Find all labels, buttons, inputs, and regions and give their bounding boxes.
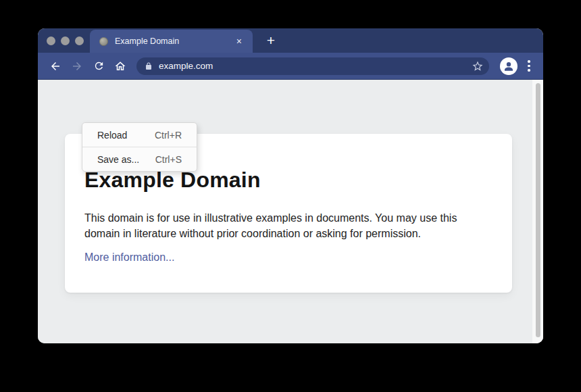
home-icon: [114, 60, 126, 72]
close-window-button[interactable]: [47, 36, 55, 45]
kebab-dot: [528, 65, 530, 68]
kebab-dot: [528, 60, 530, 63]
globe-favicon-icon: [99, 37, 108, 46]
reload-button[interactable]: [91, 58, 107, 74]
more-information-link[interactable]: More information...: [84, 251, 174, 264]
kebab-dot: [528, 69, 530, 72]
forward-arrow-icon: [71, 60, 83, 72]
menu-item-label: Save as...: [97, 154, 139, 165]
scrollbar-track[interactable]: [532, 80, 543, 343]
profile-avatar-button[interactable]: [500, 57, 517, 75]
bookmark-button[interactable]: [472, 60, 484, 72]
forward-button[interactable]: [69, 58, 85, 74]
browser-tab[interactable]: Example Domain ×: [90, 30, 253, 53]
back-button[interactable]: [47, 58, 64, 74]
menu-item-shortcut: Ctrl+R: [155, 130, 182, 141]
tab-close-icon[interactable]: ×: [236, 36, 242, 46]
screenshot-canvas: { "window": { "tab": { "title": "Example…: [0, 0, 581, 392]
menu-item-label: Reload: [97, 130, 127, 141]
context-menu: Reload Ctrl+R Save as... Ctrl+S: [82, 122, 197, 172]
traffic-lights: [47, 36, 84, 45]
browser-window: Example Domain × + example.com: [38, 28, 543, 343]
scrollbar-thumb[interactable]: [536, 83, 540, 337]
menu-item-shortcut: Ctrl+S: [155, 154, 182, 165]
avatar-person-icon: [502, 59, 515, 73]
home-button[interactable]: [112, 58, 128, 74]
page-body-text: This domain is for use in illustrative e…: [84, 210, 484, 241]
minimize-window-button[interactable]: [61, 36, 70, 45]
context-menu-item-save-as[interactable]: Save as... Ctrl+S: [82, 147, 197, 171]
page-viewport: Example Domain This domain is for use in…: [38, 80, 543, 343]
back-arrow-icon: [49, 60, 61, 72]
titlebar: Example Domain × +: [38, 28, 543, 53]
new-tab-button[interactable]: +: [261, 30, 281, 51]
star-outline-icon: [472, 60, 484, 72]
reload-icon: [93, 60, 105, 72]
maximize-window-button[interactable]: [75, 36, 84, 45]
url-text: example.com: [159, 61, 472, 71]
tab-title: Example Domain: [115, 36, 236, 46]
lock-icon: [145, 62, 153, 71]
context-menu-item-reload[interactable]: Reload Ctrl+R: [82, 123, 197, 147]
address-bar[interactable]: example.com: [136, 57, 489, 75]
browser-toolbar: example.com: [38, 53, 543, 80]
browser-menu-button[interactable]: [523, 58, 535, 74]
